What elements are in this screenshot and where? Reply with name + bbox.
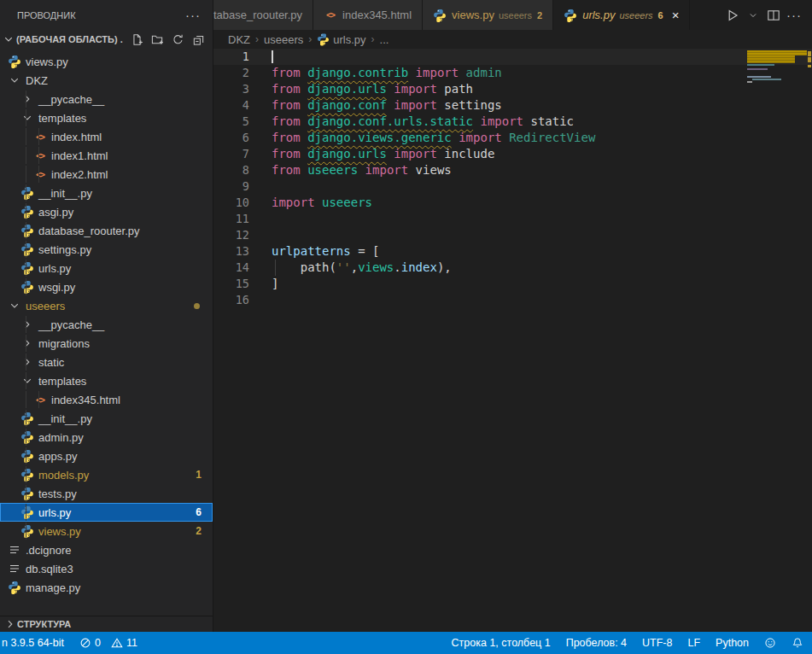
code-line-8[interactable]: 8from useeers import views — [213, 162, 812, 178]
tree-item-DKZ[interactable]: DKZ — [0, 71, 213, 90]
indentation[interactable]: Пробелов: 4 — [566, 632, 627, 654]
tree-item-templates[interactable]: templates — [0, 108, 213, 127]
code-token: import — [272, 196, 322, 209]
workspace-section-header[interactable]: (РАБОЧАЯ ОБЛАСТЬ) ... — [0, 30, 213, 49]
encoding[interactable]: UTF-8 — [642, 632, 672, 654]
vscode-window: ПРОВОДНИК ··· (РАБОЧАЯ ОБЛАСТЬ) ... view… — [0, 0, 812, 654]
indent-guide — [26, 241, 26, 258]
code-line-13[interactable]: 13urlpatterns = [ — [213, 243, 812, 260]
minimap[interactable] — [747, 49, 807, 632]
breadcrumb-separator: › — [254, 33, 260, 45]
code-line-6[interactable]: 6from django.views.generic import Redire… — [213, 130, 812, 146]
tab-views.py[interactable]: views.pyuseeers2 — [423, 0, 553, 30]
code-token: = [ — [351, 244, 380, 258]
tree-item-label: database_roouter.py — [38, 225, 140, 237]
feedback-icon[interactable] — [764, 632, 776, 654]
eol[interactable]: LF — [687, 632, 700, 654]
tree-item-__init__.py[interactable]: __init__.py — [0, 184, 213, 202]
outline-section-header[interactable]: СТРУКТУРА — [0, 616, 213, 632]
language-mode[interactable]: Python — [716, 632, 749, 654]
indent-guide — [26, 429, 26, 446]
code-line-14[interactable]: 14 path('',views.index), — [213, 260, 812, 276]
code-token: views — [416, 163, 452, 177]
chevron-right-icon — [20, 318, 34, 331]
tab-urls.py[interactable]: urls.pyuseeers6× — [553, 0, 690, 30]
tree-item-index.html[interactable]: <>index.html — [0, 127, 213, 146]
code-token: '' — [336, 260, 351, 274]
tree-item-asgi.py[interactable]: asgi.py — [0, 202, 213, 221]
tree-item-__init__.py[interactable]: __init__.py — [0, 409, 213, 428]
explorer-more-actions[interactable]: ··· — [185, 11, 201, 20]
breadcrumb-item-...[interactable]: ... — [380, 33, 389, 46]
new-file-icon[interactable] — [129, 32, 144, 47]
editor-more-actions[interactable]: ··· — [785, 6, 803, 25]
notifications-icon[interactable] — [792, 632, 803, 654]
collapse-all-icon[interactable] — [190, 32, 206, 47]
breadcrumb-item-DKZ[interactable]: DKZ — [228, 33, 250, 46]
indent-guide — [26, 184, 26, 201]
python-interpreter-status[interactable]: n 3.9.5 64-bit — [2, 632, 64, 654]
run-dropdown-icon[interactable] — [744, 6, 762, 25]
run-button[interactable] — [723, 6, 742, 25]
indent-guide — [26, 91, 26, 108]
tree-item-__pycache__[interactable]: __pycache__ — [0, 315, 213, 334]
code-token: admin — [466, 66, 502, 79]
new-folder-icon[interactable] — [149, 32, 165, 47]
warning-icon — [111, 637, 123, 649]
code-line-1[interactable]: 1 — [213, 49, 812, 65]
code-line-3[interactable]: 3from django.urls import path — [213, 81, 812, 97]
split-editor-icon[interactable] — [764, 6, 783, 25]
tree-item-static[interactable]: static — [0, 353, 213, 371]
code-line-10[interactable]: 10import useeers — [213, 195, 812, 211]
tree-item-urls.py[interactable]: urls.py6 — [0, 503, 213, 522]
code-line-2[interactable]: 2from django.contrib import admin — [213, 65, 812, 81]
tree-item-index345.html[interactable]: <>index345.html — [0, 390, 213, 409]
tree-item-models.py[interactable]: models.py1 — [0, 465, 213, 484]
tree-item-manage.py[interactable]: manage.py — [0, 578, 213, 597]
breadcrumb-item-urls.py[interactable]: urls.py — [317, 33, 365, 46]
tree-item-index1.html[interactable]: <>index1.html — [0, 146, 213, 165]
tree-item-useeers[interactable]: useeers — [0, 296, 213, 315]
status-left: n 3.9.5 64-bit 0 11 — [2, 632, 137, 654]
code-line-7[interactable]: 7from django.urls import include — [213, 146, 812, 162]
tree-item-wsgi.py[interactable]: wsgi.py — [0, 277, 213, 296]
cursor-position[interactable]: Строка 1, столбец 1 — [452, 632, 551, 654]
tree-item-label: __init__.py — [38, 412, 92, 425]
breadcrumb-item-useeers[interactable]: useeers — [264, 33, 303, 46]
tree-item-index2.html[interactable]: <>index2.html — [0, 165, 213, 184]
tree-item-views.py[interactable]: views.py — [0, 52, 213, 71]
tree-item-settings.py[interactable]: settings.py — [0, 240, 213, 259]
code-line-12[interactable]: 12 — [213, 227, 812, 243]
indent-guide — [26, 466, 26, 483]
code-line-5[interactable]: 5from django.conf.urls.static import sta… — [213, 114, 812, 130]
tree-item-__pycache__[interactable]: __pycache__ — [0, 90, 213, 108]
tree-item-urls.py[interactable]: urls.py — [0, 259, 213, 277]
code-line-15[interactable]: 15] — [213, 276, 812, 292]
tree-item-admin.py[interactable]: admin.py — [0, 428, 213, 447]
tree-item-apps.py[interactable]: apps.py — [0, 447, 213, 465]
indent-guide — [26, 391, 26, 408]
tab-directory-hint: useeers — [499, 10, 532, 20]
code-line-16[interactable]: 16 — [213, 292, 812, 308]
code-line-11[interactable]: 11 — [213, 211, 812, 227]
code-editor[interactable]: 12from django.contrib import admin3from … — [213, 49, 812, 632]
tab-index345.html[interactable]: <>index345.html — [313, 0, 423, 30]
close-icon[interactable]: × — [672, 9, 680, 21]
tree-item-tests.py[interactable]: tests.py — [0, 484, 213, 503]
tree-item-db.sqlite3[interactable]: db.sqlite3 — [0, 559, 213, 578]
tree-item-database_roouter.py[interactable]: database_roouter.py — [0, 221, 213, 240]
ruler-warning-mark — [808, 51, 811, 56]
tree-item-templates[interactable]: templates — [0, 371, 213, 390]
tree-item-.dcignore[interactable]: .dcignore — [0, 540, 213, 559]
tree-item-migrations[interactable]: migrations — [0, 334, 213, 353]
indent-guide — [38, 128, 39, 145]
code-line-9[interactable]: 9 — [213, 178, 812, 195]
overview-ruler[interactable] — [807, 49, 812, 632]
code-line-4[interactable]: 4from django.conf import settings — [213, 97, 812, 114]
tab-tabase_roouter.py[interactable]: tabase_roouter.py — [213, 0, 313, 30]
problems-status[interactable]: 0 11 — [79, 632, 137, 654]
tree-item-views.py[interactable]: views.py2 — [0, 522, 213, 540]
explorer-title-row: ПРОВОДНИК ··· — [0, 0, 213, 30]
refresh-icon[interactable] — [170, 32, 185, 47]
tab-label: index345.html — [342, 9, 412, 21]
